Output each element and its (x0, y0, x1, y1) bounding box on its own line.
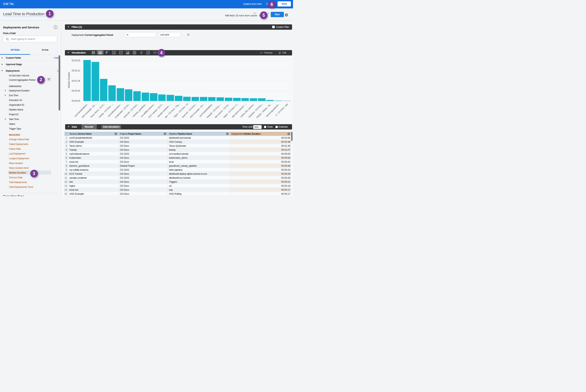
svg-text:6: 6 (147, 52, 149, 54)
